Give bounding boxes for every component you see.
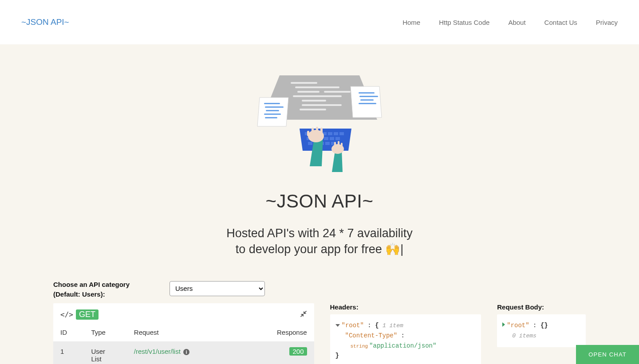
svg-marker-14 xyxy=(257,98,288,126)
svg-rect-3 xyxy=(297,91,320,93)
nav-home[interactable]: Home xyxy=(402,19,420,26)
svg-rect-15 xyxy=(264,103,280,104)
svg-rect-18 xyxy=(264,114,281,115)
open-chat-button[interactable]: OPEN CHAT xyxy=(576,345,639,364)
col-id: ID xyxy=(53,326,86,341)
svg-rect-41 xyxy=(316,127,318,135)
collapse-icon[interactable] xyxy=(300,310,307,319)
request-body-label: Request Body: xyxy=(497,303,586,311)
method-badge: GET xyxy=(76,309,99,320)
table-row[interactable]: 1 User List /rest/v1/user/list i 200 xyxy=(53,341,314,364)
hero-subtitle: Hosted API's with 24 * 7 availability to… xyxy=(0,225,639,258)
cell-request: /rest/v1/user/list i xyxy=(129,341,242,364)
category-controls: Choose an API category (Default: Users):… xyxy=(0,280,639,304)
svg-rect-5 xyxy=(293,95,342,97)
cell-id: 1 xyxy=(53,341,86,364)
info-icon[interactable]: i xyxy=(183,349,189,355)
category-label: Choose an API category (Default: Users): xyxy=(53,280,130,299)
svg-rect-12 xyxy=(360,99,374,101)
headers-panel: Headers: "root" : { 1 item "Content-Type… xyxy=(330,303,481,364)
svg-rect-8 xyxy=(300,109,326,110)
hero: ~JSON API~ Hosted API's with 24 * 7 avai… xyxy=(0,44,639,280)
svg-rect-34 xyxy=(308,142,312,145)
svg-rect-17 xyxy=(266,110,279,111)
panels-row: </> GET ID Type Request Response xyxy=(0,303,639,364)
svg-rect-7 xyxy=(302,104,342,106)
svg-rect-19 xyxy=(265,117,277,118)
svg-rect-37 xyxy=(325,142,330,145)
svg-rect-16 xyxy=(265,106,284,108)
hero-subtitle-line2: to develop your app for free 🙌 xyxy=(236,243,401,256)
svg-rect-40 xyxy=(312,128,314,135)
hero-title: ~JSON API~ xyxy=(0,191,639,212)
svg-rect-4 xyxy=(324,91,351,93)
cell-response: 200 xyxy=(241,341,314,364)
code-icon: </> xyxy=(60,310,73,319)
svg-marker-9 xyxy=(351,86,382,117)
svg-rect-2 xyxy=(295,86,339,88)
svg-rect-43 xyxy=(307,131,309,136)
svg-rect-42 xyxy=(320,128,323,135)
logo[interactable]: ~JSON API~ xyxy=(21,17,69,27)
svg-rect-32 xyxy=(330,137,334,140)
col-type: Type xyxy=(86,326,128,341)
request-body-panel: Request Body: "root" : {} 0 items xyxy=(497,303,586,347)
svg-rect-27 xyxy=(339,132,344,135)
svg-rect-11 xyxy=(359,96,378,97)
request-link[interactable]: /rest/v1/user/list xyxy=(134,348,181,355)
svg-rect-1 xyxy=(291,82,317,84)
request-panel: </> GET ID Type Request Response xyxy=(53,303,314,364)
response-badge: 200 xyxy=(289,347,307,356)
svg-rect-10 xyxy=(359,92,375,94)
cell-type: User List xyxy=(86,341,128,364)
svg-rect-6 xyxy=(302,100,326,102)
chevron-down-icon[interactable] xyxy=(335,324,340,327)
nav-about[interactable]: About xyxy=(508,19,525,26)
chevron-right-icon[interactable] xyxy=(502,322,505,327)
svg-rect-25 xyxy=(328,132,332,135)
svg-rect-13 xyxy=(359,103,376,104)
header: ~JSON API~ Home Http Status Code About C… xyxy=(0,0,639,44)
svg-rect-26 xyxy=(334,132,338,135)
headers-label: Headers: xyxy=(330,303,481,311)
svg-rect-47 xyxy=(341,143,343,148)
nav-contact-us[interactable]: Contact Us xyxy=(544,19,577,26)
hero-illustration xyxy=(248,71,390,173)
main-nav: Home Http Status Code About Contact Us P… xyxy=(402,19,618,26)
col-request: Request xyxy=(129,326,242,341)
svg-rect-45 xyxy=(334,142,336,148)
svg-rect-46 xyxy=(338,141,339,148)
svg-rect-33 xyxy=(335,137,340,140)
request-table: ID Type Request Response 1 User List xyxy=(53,326,314,364)
typing-cursor: | xyxy=(400,241,403,257)
svg-rect-31 xyxy=(324,137,328,140)
nav-http-status-code[interactable]: Http Status Code xyxy=(439,19,489,26)
category-select[interactable]: Users xyxy=(170,281,265,296)
hero-subtitle-line1: Hosted API's with 24 * 7 availability xyxy=(226,227,412,240)
nav-privacy[interactable]: Privacy xyxy=(596,19,618,26)
col-response: Response xyxy=(241,326,314,341)
